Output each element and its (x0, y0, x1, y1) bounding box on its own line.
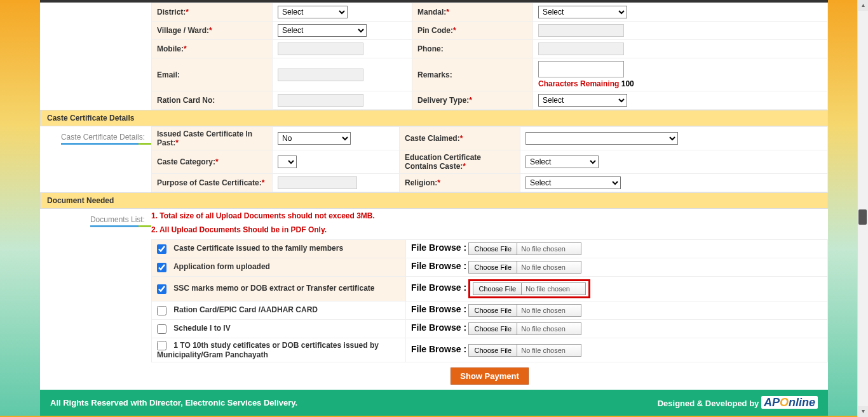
highlighted-file-input: Choose FileNo file chosen (468, 279, 590, 298)
pincode-input[interactable] (538, 24, 624, 37)
file-browse-label-2: File Browse : (411, 282, 466, 293)
email-input[interactable] (278, 69, 363, 81)
file-status-4: No file chosen (517, 323, 581, 334)
show-payment-button[interactable]: Show Payment (451, 367, 528, 385)
mobile-label: Mobile: (157, 44, 184, 53)
doc-checkbox-0[interactable] (157, 244, 166, 254)
footer-right: Designed & Developed by APOnline (658, 396, 818, 409)
file-status-1: No file chosen (517, 261, 581, 273)
footer: All Rights Reserved with Director, Elect… (40, 390, 828, 416)
purpose-label: Purpose of Caste Certificate: (157, 178, 262, 187)
file-input-2[interactable]: Choose FileNo file chosen (473, 282, 586, 295)
issued-past-select[interactable]: No (278, 132, 351, 145)
choose-file-btn-0[interactable]: Choose File (469, 243, 517, 255)
religion-label: Religion: (405, 178, 437, 187)
doc-item-4: Schedule I to IV (173, 324, 230, 333)
caste-side-label: Caste Certificate Details: (61, 129, 151, 145)
doc-item-0: Caste Certificate issued to the family m… (173, 244, 343, 253)
doc-note-1: 1. Total size of all Upload Documents sh… (151, 209, 828, 223)
district-select[interactable]: Select (278, 6, 348, 18)
pincode-label: Pin Code: (417, 26, 453, 35)
doc-item-3: Ration Card/EPIC Card /AADHAR CARD (173, 305, 318, 314)
religion-select[interactable]: Select (526, 176, 621, 189)
purpose-input[interactable] (278, 176, 357, 189)
phone-input[interactable] (538, 43, 624, 55)
village-label: Village / Ward: (157, 26, 209, 35)
village-select[interactable]: Select (278, 24, 367, 37)
file-status-3: No file chosen (517, 305, 581, 316)
docs-section-header: Document Needed (40, 192, 828, 209)
mandal-label: Mandal: (417, 8, 446, 17)
scroll-down-arrow[interactable]: ▾ (858, 406, 868, 416)
edu-cert-select[interactable]: Select (526, 156, 599, 168)
remarks-textarea[interactable] (538, 61, 624, 77)
choose-file-btn-5[interactable]: Choose File (469, 345, 517, 356)
file-status-2: No file chosen (522, 283, 585, 295)
doc-checkbox-1[interactable] (157, 263, 166, 272)
vertical-scrollbar[interactable]: ▴ ▾ (857, 0, 868, 416)
caste-claimed-select[interactable] (526, 132, 678, 145)
district-label: District: (157, 8, 186, 17)
file-input-1[interactable]: Choose FileNo file chosen (468, 261, 581, 274)
caste-claimed-label: Caste Claimed: (405, 134, 460, 143)
file-input-3[interactable]: Choose FileNo file chosen (468, 304, 581, 317)
delivery-select[interactable]: Select (538, 94, 627, 107)
choose-file-btn-1[interactable]: Choose File (469, 261, 517, 273)
file-input-5[interactable]: Choose FileNo file chosen (468, 344, 581, 357)
file-browse-label-1: File Browse : (411, 261, 466, 271)
delivery-label: Delivery Type: (417, 96, 469, 105)
file-browse-label-3: File Browse : (411, 304, 466, 314)
chars-remaining-label: Characters Remaining 100 (538, 79, 634, 88)
mobile-input[interactable] (278, 43, 363, 55)
doc-checkbox-2[interactable] (157, 284, 166, 294)
doc-checkbox-3[interactable] (157, 306, 166, 315)
doc-checkbox-5[interactable] (157, 341, 166, 350)
doc-item-5: 1 TO 10th study cetificates or DOB certi… (157, 341, 379, 359)
doc-item-2: SSC marks memo or DOB extract or Transfe… (173, 284, 374, 293)
file-input-4[interactable]: Choose FileNo file chosen (468, 322, 581, 335)
ration-input[interactable] (278, 94, 363, 107)
issued-past-label: Issued Caste Certificate In Past: (157, 129, 252, 147)
choose-file-btn-3[interactable]: Choose File (469, 305, 517, 316)
file-status-5: No file chosen (517, 345, 581, 356)
scroll-thumb[interactable] (858, 209, 867, 225)
file-status-0: No file chosen (517, 243, 581, 255)
footer-left: All Rights Reserved with Director, Elect… (50, 398, 297, 407)
aponline-logo: APOnline (761, 396, 818, 409)
phone-label: Phone: (417, 44, 444, 53)
doc-note-2: 2. All Upload Documents Should be in PDF… (151, 223, 828, 237)
file-input-0[interactable]: Choose FileNo file chosen (468, 242, 581, 255)
choose-file-btn-4[interactable]: Choose File (469, 323, 517, 334)
ration-label: Ration Card No: (157, 96, 215, 105)
remarks-label: Remarks: (417, 70, 452, 79)
caste-category-select[interactable] (278, 156, 297, 168)
file-browse-label-5: File Browse : (411, 344, 466, 354)
docs-side-label: Documents List: (90, 211, 151, 227)
caste-category-label: Caste Category: (157, 157, 215, 166)
mandal-select[interactable]: Select (538, 6, 627, 18)
caste-section-header: Caste Certificate Details (40, 110, 828, 126)
edu-cert-label: Education Certificate Contains Caste: (405, 153, 481, 171)
doc-item-1: Application form uploaded (173, 262, 270, 271)
email-label: Email: (157, 70, 180, 79)
choose-file-btn-2[interactable]: Choose File (473, 283, 522, 295)
file-browse-label-4: File Browse : (411, 322, 466, 333)
scroll-up-arrow[interactable]: ▴ (858, 0, 868, 11)
file-browse-label-0: File Browse : (411, 242, 466, 253)
doc-checkbox-4[interactable] (157, 324, 166, 334)
